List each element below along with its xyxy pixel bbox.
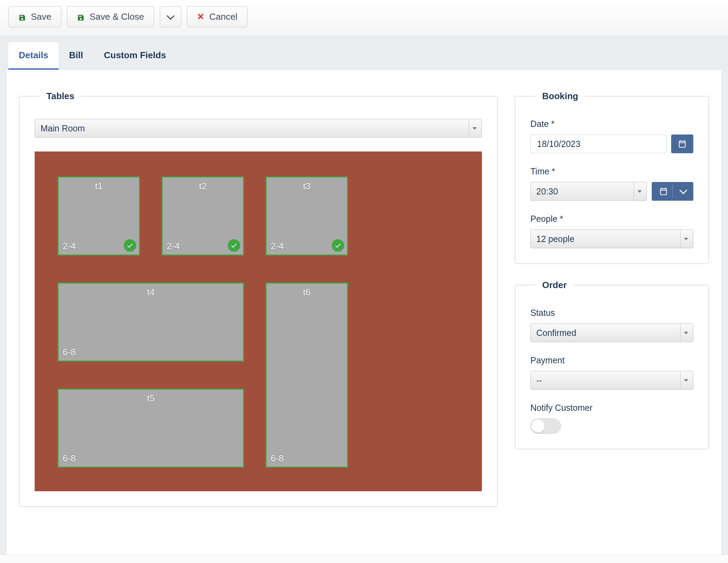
content: Details Bill Custom Fields Tables Main R… — [0, 36, 728, 555]
status-value: Confirmed — [536, 328, 576, 338]
close-icon: ✕ — [197, 11, 205, 22]
tables-legend: Tables — [40, 91, 81, 102]
cancel-label: Cancel — [209, 11, 237, 22]
tabs: Details Bill Custom Fields — [6, 42, 722, 70]
notify-label: Notify Customer — [530, 403, 693, 413]
table-capacity: 2-4 — [271, 241, 284, 252]
notify-toggle[interactable] — [530, 418, 561, 434]
table-t5[interactable]: t56-8 — [58, 389, 244, 468]
table-name: t2 — [199, 181, 207, 192]
status-select[interactable]: Confirmed — [530, 323, 693, 342]
calendar-button[interactable] — [671, 135, 693, 153]
save-button[interactable]: Save — [8, 6, 61, 27]
table-t3[interactable]: t32-4 — [266, 176, 348, 255]
table-t1[interactable]: t12-4 — [58, 176, 140, 255]
save-close-label: Save & Close — [89, 11, 144, 22]
field-date: Date * — [530, 119, 693, 153]
table-capacity: 2-4 — [167, 241, 180, 252]
people-value: 12 people — [536, 234, 574, 244]
calendar-icon — [678, 139, 687, 148]
cancel-button[interactable]: ✕ Cancel — [187, 6, 248, 27]
payment-value: -- — [536, 375, 542, 386]
chevron-down-icon — [166, 12, 174, 20]
booking-group: Booking Date * Time * 20:30 — [515, 91, 709, 264]
field-payment: Payment -- — [530, 355, 693, 390]
order-group: Order Status Confirmed Payment -- — [515, 280, 709, 449]
time-tools-button[interactable] — [652, 182, 693, 201]
table-capacity: 2-4 — [63, 241, 76, 252]
people-label: People * — [530, 214, 693, 224]
room-select-value: Main Room — [41, 123, 85, 133]
table-capacity: 6-8 — [63, 453, 76, 464]
check-icon — [124, 239, 136, 252]
payment-select[interactable]: -- — [530, 371, 693, 390]
toolbar: Save Save & Close ✕ Cancel — [0, 0, 728, 36]
time-value: 20:30 — [536, 187, 558, 197]
tab-bill[interactable]: Bill — [59, 42, 93, 70]
room-canvas: t12-4t22-4t32-4t46-8t56-8t66-8 — [35, 151, 482, 491]
panel: Tables Main Room t12-4t22-4t32-4t46-8t56… — [6, 70, 722, 555]
field-notify: Notify Customer — [530, 403, 693, 434]
time-select[interactable]: 20:30 — [530, 182, 647, 201]
date-input[interactable] — [530, 135, 666, 153]
status-label: Status — [530, 308, 693, 318]
field-status: Status Confirmed — [530, 308, 693, 342]
table-capacity: 6-8 — [271, 453, 284, 464]
table-t2[interactable]: t22-4 — [162, 176, 244, 255]
table-capacity: 6-8 — [63, 347, 76, 358]
date-label: Date * — [530, 119, 693, 129]
time-label: Time * — [530, 166, 693, 176]
right-column: Booking Date * Time * 20:30 — [515, 91, 709, 542]
left-column: Tables Main Room t12-4t22-4t32-4t46-8t56… — [19, 91, 497, 542]
save-label: Save — [31, 11, 51, 22]
chevron-down-icon — [679, 187, 687, 194]
table-name: t4 — [147, 287, 155, 298]
table-t6[interactable]: t66-8 — [266, 283, 348, 468]
table-name: t6 — [303, 287, 311, 298]
field-people: People * 12 people — [530, 214, 693, 248]
tables-group: Tables Main Room t12-4t22-4t32-4t46-8t56… — [19, 91, 497, 507]
table-name: t5 — [147, 393, 155, 404]
field-time: Time * 20:30 — [530, 166, 693, 201]
tab-details[interactable]: Details — [8, 42, 59, 70]
tab-custom-fields[interactable]: Custom Fields — [94, 42, 176, 70]
save-icon — [77, 13, 85, 21]
save-close-button[interactable]: Save & Close — [67, 6, 154, 27]
booking-legend: Booking — [535, 91, 585, 102]
check-icon — [332, 239, 344, 252]
room-select[interactable]: Main Room — [35, 119, 482, 138]
save-dropdown-button[interactable] — [160, 6, 181, 27]
table-name: t3 — [303, 181, 311, 192]
table-name: t1 — [95, 181, 103, 192]
calendar-icon — [659, 187, 668, 196]
payment-label: Payment — [530, 355, 693, 365]
table-t4[interactable]: t46-8 — [58, 283, 244, 362]
save-icon — [18, 13, 26, 21]
order-legend: Order — [535, 280, 574, 291]
check-icon — [228, 239, 240, 252]
people-select[interactable]: 12 people — [530, 229, 693, 248]
